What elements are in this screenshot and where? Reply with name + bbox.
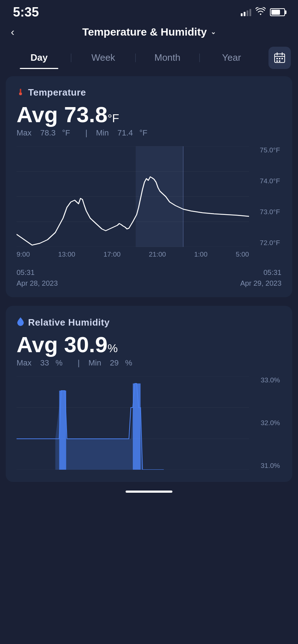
tab-week[interactable]: Week: [71, 47, 135, 69]
humidity-card-title: Relative Humidity: [28, 317, 110, 328]
humidity-min-max: Max 33% | Min 29%: [17, 358, 281, 368]
temp-chart-svg: [17, 146, 249, 247]
header: ‹ Temperature & Humidity ⌄: [0, 22, 298, 47]
temp-chart-area: 75.0°F 74.0°F 73.0°F 72.0°F: [17, 146, 281, 247]
temp-card-header: Temperature: [17, 87, 281, 98]
temp-y-axis: 75.0°F 74.0°F 73.0°F 72.0°F: [251, 146, 281, 247]
temp-min-max: Max 78.3°F | Min 71.4°F: [17, 128, 281, 138]
signal-icon: [241, 8, 251, 16]
humidity-max: Max 33%: [17, 358, 69, 367]
tab-day[interactable]: Day: [7, 47, 71, 69]
svg-rect-4: [276, 58, 278, 59]
humidity-y-label-1: 33.0%: [261, 376, 281, 384]
status-time: 5:35: [13, 5, 39, 20]
tab-bar: Day Week Month Year: [0, 47, 298, 69]
humidity-chart-svg: [17, 376, 249, 470]
humidity-min: Min 29%: [89, 358, 139, 367]
title-text: Temperature & Humidity: [82, 26, 207, 38]
status-icons: [241, 7, 285, 17]
humidity-chart-area: 33.0% 32.0% 31.0%: [17, 376, 281, 470]
svg-rect-7: [276, 60, 278, 62]
chart-date-left: 05:31 Apr 28, 2023: [17, 267, 58, 289]
divider: |: [85, 128, 87, 137]
humidity-y-label-2: 32.0%: [261, 419, 281, 427]
temp-min: Min 71.4°F: [96, 128, 154, 137]
svg-rect-6: [281, 58, 283, 59]
x-label-5: 1:00: [194, 250, 208, 258]
chevron-down-icon[interactable]: ⌄: [211, 28, 216, 36]
temp-card-title: Temperature: [28, 87, 86, 98]
y-label-1: 75.0°F: [260, 146, 281, 154]
y-label-4: 72.0°F: [260, 239, 281, 247]
droplet-icon: [17, 317, 24, 328]
chart-dates: 05:31 Apr 28, 2023 05:31 Apr 29, 2023: [17, 264, 281, 289]
humidity-card: Relative Humidity Avg 30.9% Max 33% | Mi…: [6, 306, 292, 482]
status-bar: 5:35: [0, 0, 298, 22]
y-label-3: 73.0°F: [260, 208, 281, 216]
svg-rect-8: [279, 60, 280, 62]
svg-rect-5: [279, 58, 280, 59]
temperature-card: Temperature Avg 73.8°F Max 78.3°F | Min …: [6, 76, 292, 297]
x-label-4: 21:00: [149, 250, 166, 258]
svg-rect-23: [133, 383, 141, 470]
temp-max: Max 78.3°F: [17, 128, 77, 137]
wifi-icon: [256, 7, 266, 17]
humidity-chart-container: 33.0% 32.0% 31.0%: [17, 376, 281, 470]
x-label-1: 9:00: [17, 250, 30, 258]
x-label-6: 5:00: [236, 250, 249, 258]
x-label-3: 17:00: [103, 250, 121, 258]
chart-date-right: 05:31 Apr 29, 2023: [240, 267, 281, 289]
calendar-button[interactable]: [268, 47, 291, 69]
temp-chart-container: 75.0°F 74.0°F 73.0°F 72.0°F 9:00 13:00 1…: [17, 146, 281, 289]
humidity-card-header: Relative Humidity: [17, 317, 281, 328]
humidity-y-axis: 33.0% 32.0% 31.0%: [251, 376, 281, 470]
svg-rect-11: [20, 89, 21, 93]
thermometer-icon: [17, 88, 24, 98]
back-button[interactable]: ‹: [11, 26, 14, 38]
tab-year[interactable]: Year: [200, 47, 263, 69]
scroll-indicator: [126, 491, 172, 493]
temp-avg-value: Avg 73.8°F: [17, 102, 281, 127]
tab-month[interactable]: Month: [136, 47, 199, 69]
y-label-2: 74.0°F: [260, 177, 281, 185]
x-label-2: 13:00: [58, 250, 75, 258]
humidity-y-label-3: 31.0%: [261, 462, 281, 470]
svg-rect-22: [59, 391, 66, 470]
battery-icon: [270, 8, 285, 16]
divider2: |: [78, 358, 82, 367]
temp-x-axis: 9:00 13:00 17:00 21:00 1:00 5:00: [17, 250, 281, 258]
humidity-avg-value: Avg 30.9%: [17, 332, 281, 357]
page-title: Temperature & Humidity ⌄: [82, 26, 216, 38]
